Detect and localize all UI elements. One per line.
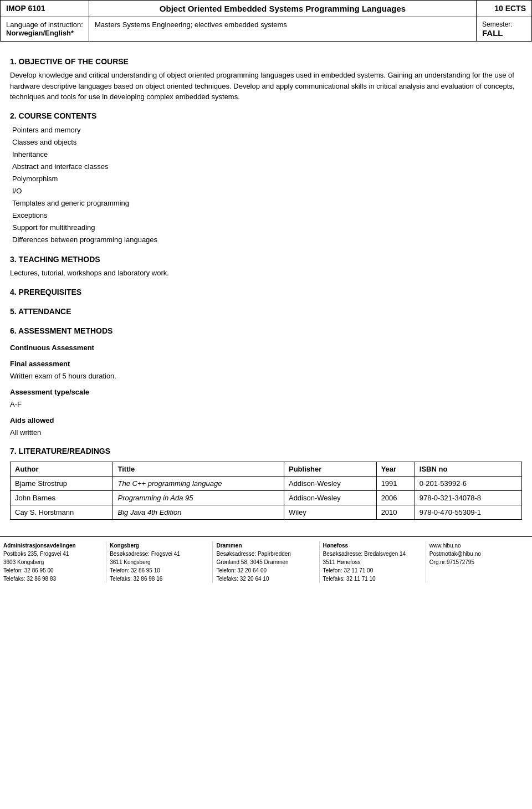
section2-heading: COURSE CONTENTS — [19, 111, 97, 120]
section-prerequisites: 4. PREREQUISITES — [10, 286, 522, 298]
section1-text: Develop knowledge and critical understan… — [10, 70, 522, 103]
footer-kongsberg-line2: 3611 Kongsberg — [110, 558, 209, 566]
section7-number: 7. — [10, 447, 17, 455]
list-item: Abstract and interface classes — [12, 161, 522, 173]
course-code: IMOP 6101 — [1, 1, 89, 17]
section2-title: 2. COURSE CONTENTS — [10, 110, 522, 122]
cell-publisher: Addison-Wesley — [284, 477, 376, 491]
section-objective: 1. OBJECTIVE OF THE COURSE Develop knowl… — [10, 56, 522, 103]
assessment-type-value: A-F — [10, 399, 522, 410]
section5-number: 5. — [10, 307, 17, 316]
cell-isbn: 978-0-470-55309-1 — [415, 505, 521, 520]
aids-allowed-value: All written — [10, 427, 522, 438]
aids-allowed-label: Aids allowed — [10, 415, 522, 426]
assessment-type-label: Assessment type/scale — [10, 387, 522, 398]
footer-admin-line2: 3603 Kongsberg — [3, 558, 103, 566]
section3-number: 3. — [10, 255, 17, 264]
section3-text: Lectures, tutorial, workshops and labora… — [10, 268, 522, 279]
semester-cell: Semester: FALL — [477, 17, 532, 42]
section6-heading: ASSESSMENT METHODS — [18, 326, 112, 335]
cell-publisher: Wiley — [284, 505, 376, 520]
main-content: 1. OBJECTIVE OF THE COURSE Develop knowl… — [0, 42, 532, 526]
section-assessment: 6. ASSESSMENT METHODS Continuous Assessm… — [10, 325, 522, 438]
footer-col-honefoss: Hønefoss Besøksadresse: Bredalsvegen 14 … — [320, 541, 426, 583]
col-title: Tittle — [113, 462, 284, 477]
footer-honefoss-line1: Besøksadresse: Bredalsvegen 14 — [323, 550, 422, 558]
language-label: Language of instruction: — [6, 21, 83, 29]
cell-year: 2010 — [376, 505, 415, 520]
semester-value: FALL — [482, 28, 503, 38]
table-row: John Barnes Programming in Ada 95 Addiso… — [11, 491, 522, 505]
section5-heading: ATTENDANCE — [18, 307, 71, 316]
footer-drammen-line1: Besøksadresse: Papirbredden — [216, 550, 315, 558]
list-item: Classes and objects — [12, 136, 522, 149]
semester-label: Semester: — [482, 21, 513, 28]
cell-title: The C++ programming language — [113, 477, 284, 491]
footer-honefoss-title: Hønefoss — [323, 541, 422, 550]
section4-heading: PREREQUISITES — [19, 288, 82, 296]
literature-table: Author Tittle Publisher Year ISBN no Bja… — [10, 462, 522, 520]
footer-drammen-line3: Telefon: 32 20 64 00 — [216, 566, 315, 575]
col-author: Author — [11, 462, 113, 477]
table-row: Bjarne Strostrup The C++ programming lan… — [11, 477, 522, 491]
footer-kongsberg-line3: Telefon: 32 86 95 10 — [110, 566, 209, 575]
footer-kongsberg-title: Kongsberg — [110, 541, 209, 550]
header-table: IMOP 6101 Object Oriented Embedded Syste… — [0, 0, 532, 42]
list-item: Support for multithreading — [12, 222, 522, 234]
section3-title: 3. TEACHING METHODS — [10, 254, 522, 265]
cell-year: 1991 — [376, 477, 415, 491]
list-item: Templates and generic programming — [12, 197, 522, 209]
final-assessment-text: Written exam of 5 hours duration. — [10, 371, 522, 382]
page: IMOP 6101 Object Oriented Embedded Syste… — [0, 0, 532, 583]
footer-honefoss-line4: Telefaks: 32 11 71 10 — [323, 575, 422, 583]
continuous-assessment-label: Continuous Assessment — [10, 342, 522, 354]
cell-title: Programming in Ada 95 — [113, 491, 284, 505]
footer-kongsberg-line1: Besøksadresse: Frogsvei 41 — [110, 550, 209, 558]
footer-drammen-title: Drammen — [216, 541, 315, 550]
section2-number: 2. — [10, 111, 17, 120]
course-contents-list: Pointers and memory Classes and objects … — [12, 124, 522, 247]
cell-author: Cay S. Horstmann — [11, 505, 113, 520]
list-item: Differences between programming language… — [12, 234, 522, 246]
footer-drammen-line4: Telefaks: 32 20 64 10 — [216, 575, 315, 583]
footer-web-line1: www.hibu.no — [429, 541, 529, 550]
section3-heading: TEACHING METHODS — [19, 255, 100, 264]
footer-col-web: www.hibu.no Postmottak@hibu.no Org.nr:97… — [426, 541, 532, 583]
footer-honefoss-line3: Telefon: 32 11 71 00 — [323, 566, 422, 575]
list-item: I/O — [12, 185, 522, 197]
masters-text: Masters Systems Engineering; electives e… — [95, 21, 287, 29]
footer: Administrasjonsavdelingen Postboks 235, … — [0, 536, 532, 583]
list-item: Inheritance — [12, 149, 522, 161]
footer-kongsberg-line4: Telefaks: 32 86 98 16 — [110, 575, 209, 583]
section7-title: 7. LITERATURE/READINGS — [10, 446, 522, 457]
section-literature: 7. LITERATURE/READINGS Author Tittle Pub… — [10, 446, 522, 520]
section-teaching: 3. TEACHING METHODS Lectures, tutorial, … — [10, 254, 522, 279]
ects: 10 ECTS — [477, 1, 532, 17]
cell-publisher: Addison-Wesley — [284, 491, 376, 505]
section-contents: 2. COURSE CONTENTS Pointers and memory C… — [10, 110, 522, 247]
footer-admin-title: Administrasjonsavdelingen — [3, 541, 103, 550]
section6-title: 6. ASSESSMENT METHODS — [10, 325, 522, 337]
list-item: Polymorphism — [12, 173, 522, 185]
section5-title: 5. ATTENDANCE — [10, 306, 522, 318]
footer-col-admin: Administrasjonsavdelingen Postboks 235, … — [0, 541, 106, 583]
footer-honefoss-line2: 3511 Hønefoss — [323, 558, 422, 566]
section1-heading: OBJECTIVE OF THE COURSE — [19, 57, 129, 66]
cell-author: John Barnes — [11, 491, 113, 505]
footer-admin-line1: Postboks 235, Frogsvei 41 — [3, 550, 103, 558]
section7-heading: LITERATURE/READINGS — [19, 447, 110, 455]
table-row: Cay S. Horstmann Big Java 4th Edition Wi… — [11, 505, 522, 520]
cell-year: 2006 — [376, 491, 415, 505]
final-assessment-label: Final assessment — [10, 359, 522, 370]
footer-drammen-line2: Grønland 58, 3045 Drammen — [216, 558, 315, 566]
section1-title: 1. OBJECTIVE OF THE COURSE — [10, 56, 522, 68]
footer-web-line2: Postmottak@hibu.no — [429, 550, 529, 558]
col-publisher: Publisher — [284, 462, 376, 477]
list-item: Pointers and memory — [12, 124, 522, 136]
section4-title: 4. PREREQUISITES — [10, 286, 522, 298]
cell-isbn: 978-0-321-34078-8 — [415, 491, 521, 505]
list-item: Exceptions — [12, 209, 522, 222]
section-attendance: 5. ATTENDANCE — [10, 306, 522, 318]
masters-cell: Masters Systems Engineering; electives e… — [89, 17, 477, 42]
section1-number: 1. — [10, 57, 17, 66]
